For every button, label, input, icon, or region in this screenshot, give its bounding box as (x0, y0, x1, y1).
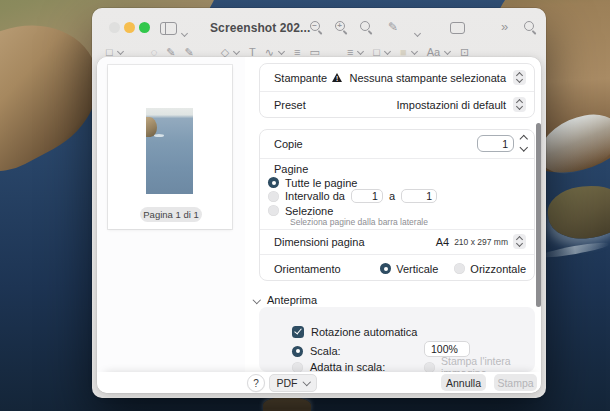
orientation-portrait-label: Verticale (396, 263, 438, 275)
thumbnail-foam (154, 134, 164, 137)
fill-color-chevron-icon[interactable] (411, 49, 418, 56)
pages-selection-radio[interactable] (268, 205, 279, 216)
pages-range-label: Intervallo da (285, 190, 345, 202)
preset-label: Preset (274, 99, 306, 111)
traffic-light-minimize[interactable] (124, 22, 135, 33)
zoom-out-icon[interactable]: − (310, 21, 323, 34)
pages-all-option[interactable]: Tutte le pagine (268, 176, 357, 189)
border-color-chevron-icon[interactable] (384, 49, 391, 56)
traffic-light-close[interactable] (109, 22, 120, 33)
scale-row[interactable]: Scala: (292, 344, 341, 358)
search-icon[interactable] (524, 21, 537, 34)
pdf-menu-button[interactable]: PDF (269, 374, 317, 392)
desktop: Screenshot 202... − + ✎ » □ (0, 0, 610, 411)
paper-size-value: A4 (436, 236, 449, 248)
print-button[interactable]: Stampa (494, 374, 537, 391)
titlebar: Screenshot 202... − + ✎ » (92, 8, 546, 26)
copies-input[interactable]: 1 (477, 135, 514, 152)
auto-rotation-checkbox[interactable] (292, 326, 304, 338)
preview-window: Screenshot 202... − + ✎ » □ (92, 8, 546, 398)
printer-stepper-icon[interactable] (513, 70, 526, 85)
orientation-landscape-radio[interactable] (454, 263, 465, 274)
dialog-footer: ? PDF Annulla Stampa (97, 372, 541, 393)
print-preview-thumbnail (146, 108, 193, 194)
pages-range-option[interactable]: Intervallo da 1 a 1 (268, 189, 437, 203)
dialog-scrollbar[interactable] (536, 123, 541, 307)
zoom-in-icon[interactable]: + (335, 21, 348, 34)
paper-size-label: Dimensioni pagina (274, 236, 365, 248)
pdf-chevron-icon (303, 378, 310, 385)
print-label: Stampa (497, 377, 533, 389)
pages-label: Pagine (274, 163, 308, 175)
copies-stepper[interactable] (518, 134, 530, 152)
line-style-chevron-icon[interactable] (357, 49, 364, 56)
warning-icon (332, 73, 342, 82)
pages-selection-caption: Seleziona pagine dalla barra laterale (290, 217, 428, 227)
fit-to-scale-radio[interactable] (292, 362, 303, 373)
pages-selection-label: Selezione (285, 205, 333, 217)
sidebar-toggle-icon[interactable] (160, 22, 177, 35)
scale-label: Scala: (310, 345, 341, 357)
orientation-options: Verticale Orizzontale (380, 261, 526, 276)
markup-pencil-icon[interactable]: ✎ (388, 20, 398, 34)
help-label: ? (253, 378, 259, 389)
fit-option-row[interactable]: Stampa l'intera immagine (424, 360, 535, 372)
fit-to-scale-row[interactable]: Adatta in scala: (292, 360, 385, 372)
range-from-value: 1 (372, 190, 378, 202)
copies-label: Copie (274, 138, 303, 150)
preview-options-card: Rotazione automatica Scala: 100% Adatta … (259, 307, 535, 372)
traffic-light-zoom[interactable] (139, 22, 150, 33)
window-title: Screenshot 202... (210, 21, 310, 35)
pages-range-mid-label: a (389, 190, 395, 202)
print-preview-pane: Pagina 1 di 1 (97, 57, 245, 372)
printer-value: Nessuna stampante selezionata (349, 72, 506, 84)
preview-section-label: Anteprima (267, 294, 317, 306)
cancel-label: Annulla (446, 377, 481, 389)
scale-radio[interactable] (292, 346, 303, 357)
auto-rotation-label: Rotazione automatica (311, 326, 417, 338)
paper-size-select[interactable]: A4 210 x 297 mm (436, 234, 526, 249)
fit-option-label: Stampa l'intera immagine (441, 355, 535, 372)
pages-all-label: Tutte le pagine (285, 177, 357, 189)
text-style-chevron-icon[interactable] (444, 49, 451, 56)
disclosure-chevron-icon[interactable] (253, 296, 261, 304)
markup-chevron-icon[interactable] (414, 31, 421, 38)
preview-section-header[interactable]: Anteprima (253, 293, 317, 307)
wallpaper-rock-bottom (263, 397, 311, 411)
zoom-selection-icon[interactable] (360, 21, 373, 34)
range-to-value: 1 (426, 190, 432, 202)
overflow-icon[interactable]: » (501, 19, 508, 34)
paper-size-detail: 210 x 297 mm (454, 237, 508, 247)
range-to-input[interactable]: 1 (401, 189, 437, 203)
help-button[interactable]: ? (247, 374, 265, 392)
pages-selection-option[interactable]: Selezione (268, 204, 333, 217)
orientation-label: Orientamento (274, 263, 341, 275)
print-preview-page (108, 65, 232, 229)
selection-chevron-icon[interactable] (117, 49, 124, 56)
paper-size-stepper-icon[interactable] (513, 234, 526, 249)
auto-rotation-row[interactable]: Rotazione automatica (292, 325, 417, 338)
preset-select[interactable]: Impostazioni di default (397, 97, 526, 112)
printer-label: Stampante (274, 72, 327, 84)
wallpaper-foam-streak (540, 240, 610, 260)
orientation-portrait-radio[interactable] (380, 263, 391, 274)
shapes-chevron-icon[interactable] (233, 49, 240, 56)
pages-range-radio[interactable] (268, 191, 279, 202)
page-indicator-badge: Pagina 1 di 1 (140, 207, 202, 222)
print-settings-group: Copie 1 Pagine Tutte le pagine Intervall… (259, 129, 535, 281)
range-from-input[interactable]: 1 (351, 189, 383, 203)
sidebar-toggle-divider (165, 23, 166, 34)
fit-option-radio[interactable] (424, 362, 435, 373)
crop-rotate-icon[interactable] (450, 22, 465, 34)
print-dialog: Pagina 1 di 1 Stampante Nessuna stampant… (97, 57, 541, 393)
pdf-label: PDF (277, 377, 298, 389)
signature-chevron-icon[interactable] (278, 49, 285, 56)
cancel-button[interactable]: Annulla (441, 374, 486, 391)
preset-stepper-icon[interactable] (513, 97, 526, 112)
preset-value: Impostazioni di default (397, 99, 506, 111)
pages-all-radio[interactable] (268, 177, 279, 188)
sidebar-chevron-icon[interactable] (181, 31, 188, 38)
printer-select[interactable]: Nessuna stampante selezionata (332, 70, 526, 85)
wallpaper-island-right (545, 181, 610, 244)
orientation-landscape-label: Orizzontale (470, 263, 526, 275)
